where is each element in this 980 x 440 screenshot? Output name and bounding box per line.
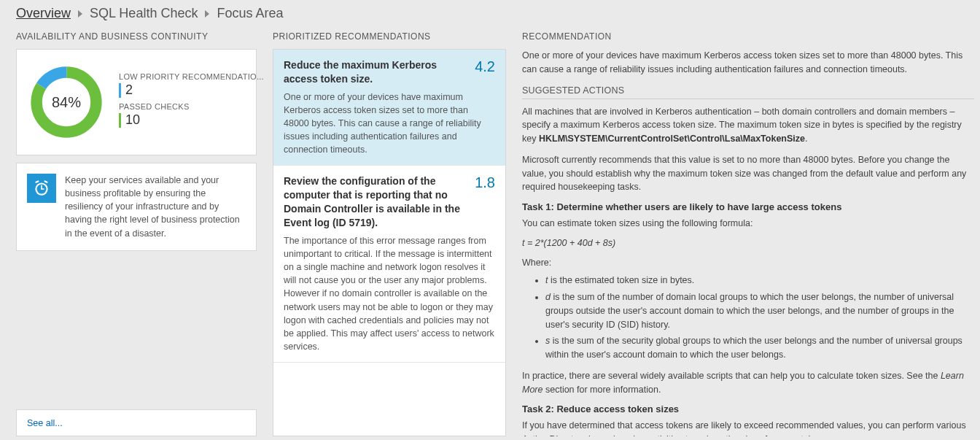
- detail-paragraph: You can estimate token sizes using the f…: [522, 217, 974, 231]
- detail-paragraph: If you have determined that access token…: [522, 419, 974, 436]
- passed-checks-label: PASSED CHECKS: [119, 102, 264, 111]
- donut-center-label: 84%: [27, 63, 106, 142]
- recommendation-body: One or more of your devices have maximum…: [284, 90, 495, 157]
- registry-key: HKLM\SYSTEM\CurrentControlSet\Control\Ls…: [539, 134, 805, 144]
- see-all-card: See all...: [16, 409, 257, 436]
- breadcrumb-overview[interactable]: Overview: [16, 6, 71, 21]
- detail-intro: One or more of your devices have maximum…: [522, 49, 974, 77]
- clock-icon: [27, 174, 56, 203]
- detail-paragraph: Microsoft currently recommends that this…: [522, 153, 974, 194]
- recommendation-title: Reduce the maximum Kerberos access token…: [284, 58, 466, 86]
- low-priority-label: LOW PRIORITY RECOMMENDATIO...: [119, 72, 264, 81]
- breadcrumb-sql-health-check[interactable]: SQL Health Check: [90, 6, 198, 21]
- svg-rect-6: [35, 180, 39, 183]
- breadcrumb: Overview SQL Health Check Focus Area: [0, 0, 980, 28]
- focus-description-text: Keep your services available and your bu…: [65, 174, 246, 240]
- recommendation-item[interactable]: Review the configuration of the computer…: [273, 166, 505, 363]
- detail-paragraph: In practice, there are several widely av…: [522, 369, 974, 397]
- recommendation-title: Review the configuration of the computer…: [284, 174, 466, 230]
- recommendation-detail-title: RECOMMENDATION: [522, 28, 980, 42]
- breadcrumb-focus-area[interactable]: Focus Area: [217, 6, 283, 21]
- see-all-link[interactable]: See all...: [27, 418, 63, 428]
- svg-rect-5: [41, 188, 44, 190]
- availability-section-title: AVAILABILITY AND BUSINESS CONTINUITY: [16, 28, 257, 42]
- recommendation-score: 1.8: [475, 174, 495, 191]
- chevron-right-icon: [205, 10, 209, 18]
- list-item: s is the sum of the security global grou…: [545, 334, 974, 362]
- recommendation-detail: One or more of your devices have maximum…: [522, 49, 980, 436]
- list-item: t is the estimated token size in bytes.: [545, 274, 974, 287]
- recommendation-body: The importance of this error message ran…: [284, 234, 495, 353]
- summary-card[interactable]: 84% LOW PRIORITY RECOMMENDATIO... 2 PASS…: [16, 49, 257, 155]
- low-priority-count: 2: [125, 82, 133, 98]
- passed-checks-indicator: [119, 113, 121, 128]
- chevron-right-icon: [78, 10, 82, 18]
- where-list: t is the estimated token size in bytes. …: [522, 274, 974, 362]
- suggested-actions-header: SUGGESTED ACTIONS: [522, 85, 974, 96]
- task1-header: Task 1: Determine whether users are like…: [522, 201, 974, 212]
- donut-chart: 84%: [27, 63, 106, 142]
- recommendation-list: Reduce the maximum Kerberos access token…: [273, 49, 506, 436]
- detail-paragraph: Where:: [522, 256, 974, 270]
- list-item: d is the sum of the number of domain loc…: [545, 290, 974, 331]
- recommendation-item[interactable]: Reduce the maximum Kerberos access token…: [273, 50, 505, 166]
- svg-rect-4: [41, 185, 42, 189]
- recommendation-score: 4.2: [475, 58, 495, 75]
- svg-rect-7: [44, 180, 48, 183]
- low-priority-indicator: [119, 83, 121, 98]
- detail-paragraph: All machines that are involved in Kerber…: [522, 105, 974, 146]
- prioritized-section-title: PRIORITIZED RECOMMENDATIONS: [273, 28, 506, 42]
- formula: t = 2*(1200 + 40d + 8s): [522, 236, 974, 250]
- passed-checks-count: 10: [125, 112, 140, 128]
- task2-header: Task 2: Reduce access token sizes: [522, 404, 974, 414]
- focus-description-card: Keep your services available and your bu…: [16, 163, 257, 251]
